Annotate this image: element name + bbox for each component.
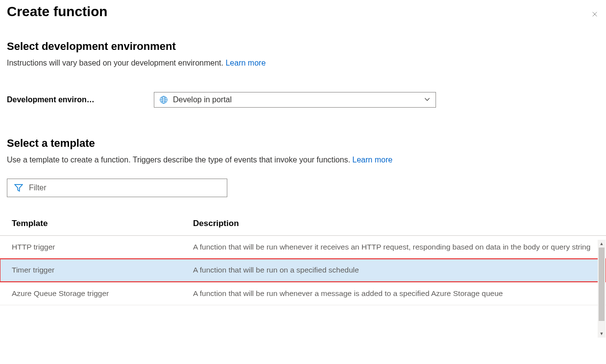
template-description-cell: A function that will be run whenever a m…: [186, 282, 606, 305]
close-icon[interactable]: [590, 8, 599, 17]
column-description[interactable]: Description: [186, 212, 606, 236]
filter-box[interactable]: [7, 179, 227, 197]
table-row[interactable]: HTTP triggerA function that will be run …: [0, 235, 606, 258]
filter-input[interactable]: [29, 183, 220, 192]
dev-env-desc-text: Instructions will vary based on your dev…: [7, 59, 225, 67]
table-row[interactable]: Azure Queue Storage triggerA function th…: [0, 282, 606, 305]
page-title: Create function: [7, 4, 107, 20]
template-desc-text: Use a template to create a function. Tri…: [7, 156, 352, 164]
template-learn-more-link[interactable]: Learn more: [352, 156, 392, 164]
chevron-down-icon: [424, 96, 431, 104]
template-description-cell: A function that will be run whenever it …: [186, 235, 606, 258]
dev-env-section-title: Select development environment: [7, 40, 599, 53]
filter-icon: [14, 183, 23, 192]
table-row[interactable]: Timer triggerA function that will be run…: [0, 259, 606, 282]
scrollbar-arrow-down-icon[interactable]: ▼: [598, 330, 606, 338]
template-section-title: Select a template: [7, 137, 599, 150]
dev-env-dropdown[interactable]: Develop in portal: [154, 92, 436, 108]
template-name: HTTP trigger: [0, 235, 186, 258]
template-name: Azure Queue Storage trigger: [0, 282, 186, 305]
column-template[interactable]: Template: [0, 212, 186, 236]
dev-env-dropdown-value: Develop in portal: [173, 95, 424, 104]
dev-env-label: Development environ…: [7, 95, 154, 104]
scrollbar-arrow-up-icon[interactable]: ▲: [598, 240, 606, 248]
dev-env-description: Instructions will vary based on your dev…: [7, 58, 599, 68]
svg-marker-5: [15, 184, 23, 191]
globe-icon: [159, 95, 168, 104]
scrollbar[interactable]: ▲ ▼: [598, 240, 606, 338]
scrollbar-thumb[interactable]: [599, 248, 605, 321]
template-description: Use a template to create a function. Tri…: [7, 155, 599, 165]
template-description-cell: A function that will be run on a specifi…: [186, 259, 606, 282]
template-name: Timer trigger: [0, 259, 186, 282]
dev-env-learn-more-link[interactable]: Learn more: [225, 59, 266, 67]
